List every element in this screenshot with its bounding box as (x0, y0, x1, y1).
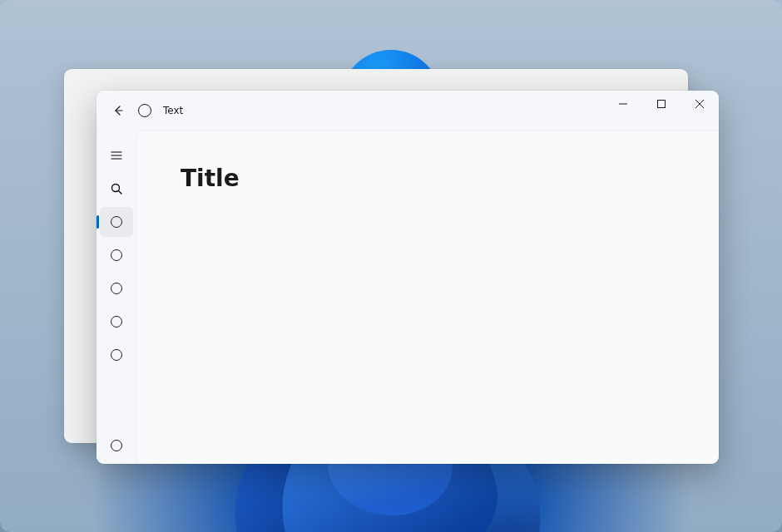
placeholder-icon (111, 440, 122, 451)
nav-item-5[interactable] (100, 340, 133, 370)
back-button[interactable] (110, 102, 126, 119)
nav-item-4[interactable] (100, 307, 133, 337)
page-title: Title (181, 165, 676, 192)
back-arrow-icon (111, 104, 125, 117)
app-icon (138, 104, 151, 117)
caption-buttons (604, 91, 719, 117)
placeholder-icon (111, 316, 122, 328)
placeholder-icon (111, 216, 122, 228)
navigation-rail (97, 131, 136, 464)
nav-item-1[interactable] (100, 207, 133, 237)
minimize-button[interactable] (604, 91, 642, 117)
window-title: Text (163, 105, 183, 116)
nav-item-2[interactable] (100, 240, 133, 270)
hamburger-icon (110, 149, 123, 162)
close-button[interactable] (681, 91, 719, 117)
svg-rect-2 (658, 101, 666, 108)
app-window: Text (97, 91, 719, 464)
search-icon (110, 182, 123, 195)
placeholder-icon (111, 349, 122, 361)
nav-footer-item[interactable] (100, 431, 133, 461)
search-button[interactable] (100, 174, 133, 204)
maximize-button[interactable] (642, 91, 681, 117)
content-area: Title (136, 131, 719, 464)
maximize-icon (657, 100, 666, 108)
nav-item-3[interactable] (100, 273, 133, 303)
svg-line-9 (119, 191, 122, 195)
minimize-icon (619, 100, 627, 108)
nav-toggle-button[interactable] (100, 140, 133, 170)
placeholder-icon (111, 249, 122, 261)
placeholder-icon (111, 283, 122, 294)
close-icon (695, 100, 704, 108)
titlebar[interactable]: Text (97, 91, 719, 131)
